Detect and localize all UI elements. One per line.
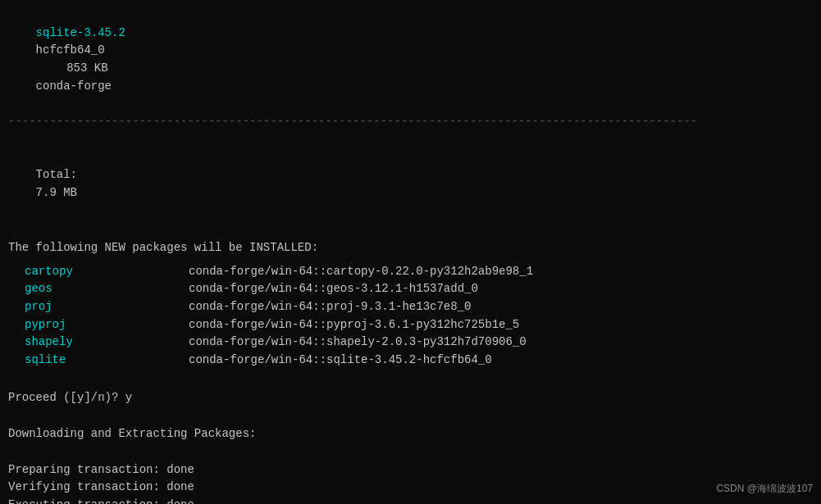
- sqlite-header-row: sqlite-3.45.2 hcfcfb64_0 853 KB conda-fo…: [8, 7, 813, 113]
- preparing-line: Preparing transaction: done: [8, 461, 813, 479]
- pkg-row-shapely: shapely conda-forge/win-64::shapely-2.0.…: [8, 334, 813, 352]
- pkg-path-shapely: conda-forge/win-64::shapely-2.0.3-py312h…: [189, 334, 527, 352]
- pkg-path-geos: conda-forge/win-64::geos-3.12.1-h1537add…: [189, 280, 478, 298]
- pkg-path-proj: conda-forge/win-64::proj-9.3.1-he13c7e8_…: [189, 298, 471, 316]
- total-line: Total: 7.9 MB: [8, 131, 813, 220]
- pkg-row-pyproj: pyproj conda-forge/win-64::pyproj-3.6.1-…: [8, 316, 813, 334]
- proceed-line: Proceed ([y]/n)? y: [8, 388, 813, 408]
- pkg-name-proj: proj: [8, 298, 189, 316]
- watermark: CSDN @海绵波波107: [716, 482, 813, 496]
- pkg-channel-header: conda-forge: [36, 79, 112, 93]
- pkg-name-geos: geos: [8, 280, 189, 298]
- pkg-hash-header: hcfcfb64_0: [36, 42, 200, 60]
- verifying-line: Verifying transaction: done: [8, 479, 813, 497]
- executing-line: Executing transaction: done: [8, 497, 813, 504]
- pkg-name-sqlite: sqlite: [8, 352, 189, 370]
- terminal: sqlite-3.45.2 hcfcfb64_0 853 KB conda-fo…: [0, 0, 821, 504]
- pkg-name-header: sqlite-3.45.2: [36, 25, 200, 43]
- pkg-row-geos: geos conda-forge/win-64::geos-3.12.1-h15…: [8, 280, 813, 298]
- pkg-row-sqlite: sqlite conda-forge/win-64::sqlite-3.45.2…: [8, 352, 813, 370]
- pkg-row-proj: proj conda-forge/win-64::proj-9.3.1-he13…: [8, 298, 813, 316]
- pkg-path-pyproj: conda-forge/win-64::pyproj-3.6.1-py312hc…: [189, 316, 519, 334]
- total-value: 7.9 MB: [36, 186, 77, 199]
- pkg-size-header: 853 KB: [36, 60, 118, 78]
- pkg-row-cartopy: cartopy conda-forge/win-64::cartopy-0.22…: [8, 263, 813, 281]
- total-label: Total:: [36, 166, 102, 184]
- pkg-path-sqlite: conda-forge/win-64::sqlite-3.45.2-hcfcfb…: [189, 352, 492, 370]
- section-new-packages: The following NEW packages will be INSTA…: [8, 238, 813, 258]
- separator-line: ----------------------------------------…: [8, 113, 813, 131]
- downloading-line: Downloading and Extracting Packages:: [8, 425, 813, 443]
- pkg-name-pyproj: pyproj: [8, 316, 189, 334]
- pkg-name-cartopy: cartopy: [8, 263, 189, 281]
- pkg-path-cartopy: conda-forge/win-64::cartopy-0.22.0-py312…: [189, 263, 533, 281]
- pkg-name-shapely: shapely: [8, 334, 189, 352]
